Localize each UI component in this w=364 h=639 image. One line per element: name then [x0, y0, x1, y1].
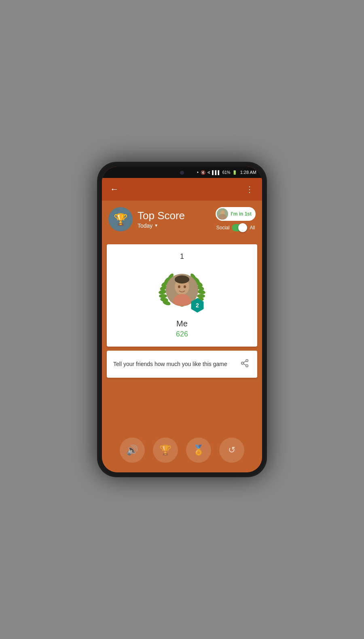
svg-line-29: [243, 364, 246, 365]
phone-frame: ‣ 🔇 ∢ ▌▌▌ 61% 🔋 1:28 AM ← ⋮ 🏆 Top Score: [97, 162, 267, 477]
share-card[interactable]: Tell your friends how much you like this…: [107, 351, 257, 378]
header-right: I'm in 1st Social All: [216, 207, 256, 231]
badge-avatar: [217, 208, 228, 220]
player-name: Me: [176, 319, 188, 328]
im-in-badge[interactable]: I'm in 1st: [216, 207, 256, 221]
signal-icon: ▌▌▌: [212, 170, 220, 175]
refresh-icon: ↺: [228, 445, 235, 455]
svg-point-13: [197, 294, 205, 298]
more-button[interactable]: ⋮: [244, 183, 256, 196]
share-message: Tell your friends how much you like this…: [113, 360, 234, 368]
player-score: 626: [176, 330, 188, 339]
rank-number: 1: [180, 252, 184, 261]
avatar-container: 2: [158, 266, 206, 314]
dropdown-arrow-icon: ▼: [154, 223, 158, 228]
trophy-circle: 🏆: [108, 207, 133, 231]
header-title-block: Top Score Today ▼: [138, 209, 185, 229]
svg-line-30: [243, 361, 246, 363]
social-toggle-row: Social All: [216, 224, 255, 231]
all-label: All: [250, 225, 255, 231]
svg-point-25: [184, 286, 186, 288]
bottom-bar: 🔊 🏆 🏅 ↺: [102, 430, 262, 472]
trophy-icon: 🏆: [114, 213, 128, 226]
battery-icon: 🔋: [232, 170, 237, 175]
achievements-icon: 🏅: [193, 444, 205, 456]
social-toggle[interactable]: [232, 224, 247, 231]
app-bar: ← ⋮: [102, 178, 262, 201]
phone-screen: ‣ 🔇 ∢ ▌▌▌ 61% 🔋 1:28 AM ← ⋮ 🏆 Top Score: [102, 167, 262, 472]
status-time: 1:28 AM: [240, 170, 256, 175]
sound-icon: 🔊: [126, 444, 138, 456]
social-label: Social: [216, 225, 230, 231]
score-card: 1: [107, 244, 257, 347]
wifi-icon: ∢: [207, 170, 210, 175]
phone-camera: [180, 171, 184, 175]
page-title: Top Score: [138, 209, 185, 222]
battery-percent: 61%: [222, 170, 231, 175]
share-icon[interactable]: [239, 357, 251, 371]
sound-button[interactable]: 🔊: [120, 438, 145, 463]
mute-icon: 🔇: [201, 170, 205, 175]
svg-point-12: [197, 289, 205, 294]
rank-badge-number: 2: [196, 302, 199, 309]
bluetooth-icon: ‣: [197, 170, 199, 175]
leaderboard-button[interactable]: 🏆: [153, 438, 178, 463]
svg-point-24: [178, 286, 180, 288]
svg-point-22: [175, 275, 189, 284]
filter-today-button[interactable]: Today ▼: [138, 222, 185, 229]
svg-point-5: [159, 294, 167, 298]
main-content: 1: [102, 239, 262, 430]
leaderboard-icon: 🏆: [159, 444, 171, 456]
status-icons: ‣ 🔇 ∢ ▌▌▌ 61% 🔋: [197, 170, 237, 175]
header-section: 🏆 Top Score Today ▼: [102, 201, 262, 239]
badge-text: I'm in 1st: [231, 211, 252, 217]
toggle-thumb: [238, 223, 247, 232]
back-button[interactable]: ←: [108, 182, 121, 196]
avatar-svg: [217, 208, 228, 220]
refresh-button[interactable]: ↺: [219, 438, 244, 463]
achievements-button[interactable]: 🏅: [186, 438, 211, 463]
